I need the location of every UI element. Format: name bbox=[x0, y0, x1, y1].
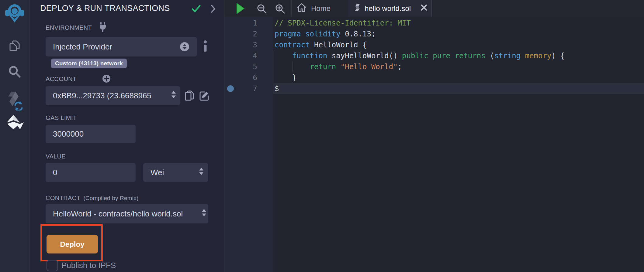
code-editor: Home hello world.sol 1234567 // SPDX-Lic… bbox=[224, 0, 644, 272]
contract-label-text: CONTRACT bbox=[46, 195, 80, 201]
tab-home-label: Home bbox=[311, 4, 331, 13]
deploy-run-panel: DEPLOY & RUN TRANSACTIONS ENVIRONMENT In… bbox=[29, 0, 224, 272]
info-icon[interactable] bbox=[203, 40, 207, 53]
icon-bar bbox=[0, 0, 29, 272]
code-line[interactable]: return "Hello World"; bbox=[275, 61, 565, 72]
search-icon[interactable] bbox=[0, 64, 29, 79]
value-amount: 0 bbox=[53, 168, 57, 177]
deploy-run-icon[interactable] bbox=[0, 115, 29, 130]
zoom-in-icon[interactable] bbox=[275, 4, 285, 15]
zoom-out-icon[interactable] bbox=[257, 4, 267, 15]
tab-hello-world[interactable]: hello world.sol bbox=[348, 0, 432, 17]
environment-label: ENVIRONMENT bbox=[46, 24, 92, 31]
edit-account-icon[interactable] bbox=[199, 90, 210, 103]
value-label: VALUE bbox=[46, 153, 66, 160]
account-stepper-icon bbox=[171, 90, 176, 101]
collapse-chevron-icon[interactable] bbox=[211, 5, 216, 14]
line-number[interactable]: 4 bbox=[224, 50, 257, 61]
indent-guide bbox=[274, 50, 274, 83]
solidity-file-icon bbox=[354, 3, 360, 14]
contract-stepper-icon bbox=[202, 209, 206, 219]
publish-ipfs-checkbox[interactable] bbox=[47, 260, 58, 271]
gas-limit-label: GAS LIMIT bbox=[46, 114, 77, 121]
value-input[interactable]: 0 bbox=[46, 163, 136, 182]
gas-limit-value: 3000000 bbox=[53, 129, 84, 139]
account-select[interactable]: 0xBB9...29733 (23.6688965 bbox=[46, 86, 180, 105]
gas-limit-input[interactable]: 3000000 bbox=[46, 125, 136, 143]
value-unit: Wei bbox=[151, 168, 164, 177]
line-number[interactable]: 5 bbox=[224, 61, 257, 72]
gutter-line-numbers[interactable]: 1234567 bbox=[224, 18, 257, 94]
contract-select[interactable]: HelloWorld - contracts/hello world.sol bbox=[46, 204, 208, 223]
tab-hello-world-label: hello world.sol bbox=[365, 4, 411, 13]
code-line[interactable]: } bbox=[275, 72, 565, 83]
home-icon bbox=[296, 3, 307, 14]
code-line[interactable]: contract HelloWorld { bbox=[275, 39, 565, 50]
code-line[interactable]: pragma solidity 0.8.13; bbox=[275, 29, 565, 39]
account-label: ACCOUNT bbox=[46, 76, 77, 83]
panel-title: DEPLOY & RUN TRANSACTIONS bbox=[40, 4, 170, 13]
account-value: 0xBB9...29733 (23.6688965 bbox=[53, 91, 151, 100]
contract-label: CONTRACT(Compiled by Remix) bbox=[46, 195, 139, 202]
plug-icon bbox=[99, 22, 107, 33]
deploy-button[interactable]: Deploy bbox=[47, 235, 98, 253]
code-lines[interactable]: // SPDX-License-Identifier: MITpragma so… bbox=[275, 18, 565, 94]
tab-home[interactable]: Home bbox=[292, 0, 348, 17]
contract-value: HelloWorld - contracts/hello world.sol bbox=[53, 209, 183, 219]
line-number[interactable]: 7 bbox=[224, 83, 257, 94]
code-line[interactable]: $ bbox=[275, 83, 565, 94]
code-line[interactable]: // SPDX-License-Identifier: MIT bbox=[275, 18, 565, 29]
remix-logo-icon[interactable] bbox=[0, 2, 29, 24]
line-number[interactable]: 6 bbox=[224, 72, 257, 83]
environment-value: Injected Provider bbox=[53, 42, 112, 52]
solidity-compiler-icon[interactable] bbox=[0, 90, 29, 110]
line-number[interactable]: 3 bbox=[224, 39, 257, 50]
network-badge: Custom (43113) network bbox=[51, 59, 127, 68]
value-unit-select[interactable]: Wei bbox=[143, 163, 208, 182]
environment-stepper-icon bbox=[180, 42, 189, 51]
line-number[interactable]: 1 bbox=[224, 18, 257, 29]
line-number[interactable]: 2 bbox=[224, 29, 257, 39]
add-account-icon[interactable] bbox=[102, 74, 111, 84]
publish-ipfs-label: Publish to IPFS bbox=[61, 261, 116, 270]
file-explorer-icon[interactable] bbox=[0, 38, 29, 53]
copy-account-icon[interactable] bbox=[184, 90, 195, 103]
run-script-icon[interactable] bbox=[236, 3, 245, 15]
editor-tab-bar: Home hello world.sol bbox=[224, 0, 644, 17]
unit-stepper-icon bbox=[199, 167, 204, 178]
contract-sublabel: (Compiled by Remix) bbox=[83, 195, 138, 201]
close-tab-icon[interactable] bbox=[421, 4, 427, 13]
code-line[interactable]: function sayHelloWorld() public pure ret… bbox=[275, 50, 565, 61]
check-icon bbox=[192, 5, 201, 14]
environment-select[interactable]: Injected Provider bbox=[46, 37, 197, 56]
indent-guide bbox=[292, 61, 293, 72]
